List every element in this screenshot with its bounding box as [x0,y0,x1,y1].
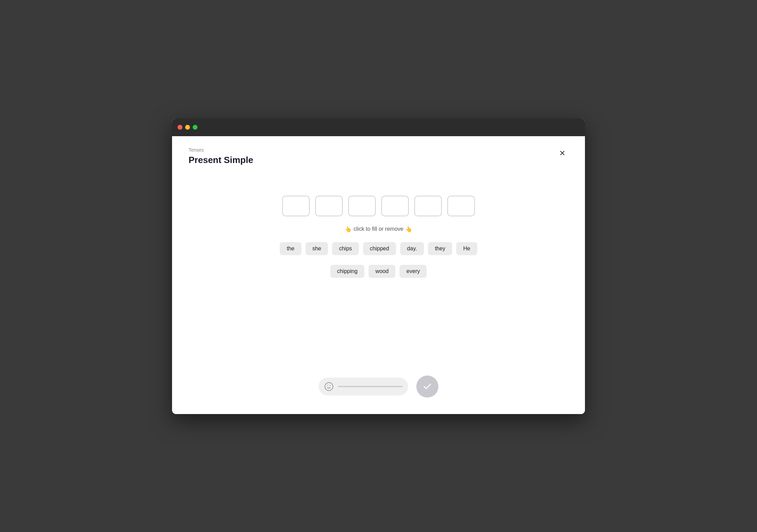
word-chip-chips[interactable]: chips [332,242,359,255]
answer-slot-4[interactable] [381,196,409,216]
answer-slot-3[interactable] [348,196,376,216]
progress-container [319,378,408,395]
progress-track [338,386,403,387]
answer-slot-1[interactable] [282,196,310,216]
svg-point-0 [325,382,333,390]
check-button[interactable] [416,376,438,398]
breadcrumb: Tenses [189,147,253,153]
answer-slot-6[interactable] [447,196,475,216]
close-button[interactable]: ✕ [556,147,568,160]
traffic-light-green[interactable] [193,125,198,130]
hint-icon-left: 👆 [345,226,352,232]
word-chip-every[interactable]: every [399,265,427,278]
bottom-bar [189,367,568,403]
title-area: Tenses Present Simple [189,147,253,165]
answer-slots [282,196,475,216]
word-bank-row1: the she chips chipped day. they He [280,242,477,255]
traffic-light-red[interactable] [178,125,182,130]
hint-icon-right: 👆 [405,226,412,232]
word-chip-chipping[interactable]: chipping [330,265,365,278]
word-bank-row2: chipping wood every [330,265,427,278]
checkmark-icon [423,382,432,391]
word-chip-the[interactable]: the [280,242,301,255]
word-chip-he[interactable]: He [456,242,477,255]
app-window: Tenses Present Simple ✕ 👆 click to fill … [172,118,585,414]
smiley-icon [324,382,334,391]
answer-slot-5[interactable] [414,196,442,216]
word-chip-day[interactable]: day. [400,242,424,255]
main-content: Tenses Present Simple ✕ 👆 click to fill … [172,136,585,414]
word-chip-chipped[interactable]: chipped [363,242,396,255]
exercise-area: 👆 click to fill or remove 👆 the she chip… [189,182,568,367]
answer-slot-2[interactable] [315,196,343,216]
word-chip-she[interactable]: she [306,242,328,255]
header: Tenses Present Simple ✕ [189,147,568,165]
word-chip-they[interactable]: they [428,242,452,255]
traffic-lights [178,125,198,130]
hint-text: 👆 click to fill or remove 👆 [345,226,413,232]
titlebar [172,118,585,136]
traffic-light-yellow[interactable] [185,125,190,130]
hint-label: click to fill or remove [354,226,404,232]
page-title: Present Simple [189,155,253,165]
word-chip-wood[interactable]: wood [369,265,395,278]
